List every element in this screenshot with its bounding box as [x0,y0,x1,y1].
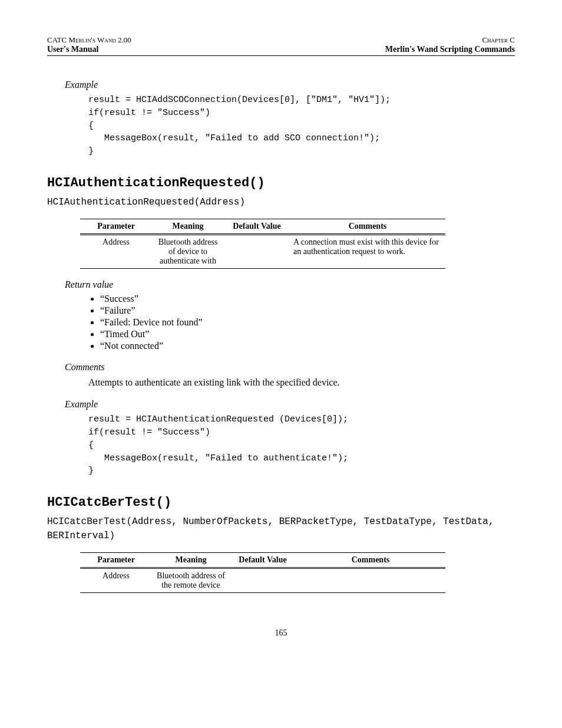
example-label: Example [65,399,515,410]
cell-meaning: Bluetooth address of device to authentic… [152,234,224,268]
cell-default [224,234,290,268]
example-label: Example [65,80,515,90]
cell-comments: A connection must exist with this device… [290,234,445,268]
page-header-top: CATC Merlin's Wand 2.00 Chapter C [47,35,515,45]
comments-text: Attempts to authenticate an existing lin… [88,376,515,389]
col-default: Default Value [224,219,290,234]
cell-default [230,568,296,593]
cell-parameter: Address [80,568,152,593]
function-signature: HCICatcBerTest(Address, NumberOfPackets,… [47,515,515,543]
col-comments: Comments [290,219,445,234]
cell-comments [296,568,445,593]
cell-parameter: Address [80,234,152,268]
col-meaning: Meaning [152,553,230,568]
list-item: “Timed Out” [100,329,515,340]
page-header-bottom: User's Manual Merlin's Wand Scripting Co… [47,45,515,54]
col-default: Default Value [230,553,296,568]
col-parameter: Parameter [80,553,152,568]
page-content: Example result = HCIAddSCOConnection(Dev… [65,80,515,593]
list-item: “Success” [100,294,515,304]
function-heading: HCIAuthenticationRequested() [47,176,515,190]
list-item: “Failure” [100,305,515,316]
cell-meaning: Bluetooth address of the remote device [152,568,230,593]
parameter-table: Parameter Meaning Default Value Comments… [80,219,445,269]
list-item: “Failed: Device not found” [100,317,515,328]
function-heading: HCICatcBerTest() [47,495,515,510]
parameter-table: Parameter Meaning Default Value Comments… [80,552,445,593]
code-block: result = HCIAddSCOConnection(Devices[0],… [88,94,515,158]
code-block: result = HCIAuthenticationRequested (Dev… [88,413,515,477]
col-parameter: Parameter [80,219,152,234]
function-signature: HCIAuthenticationRequested(Address) [47,195,515,209]
table-row: Address Bluetooth address of device to a… [80,234,445,268]
header-top-left: CATC Merlin's Wand 2.00 [47,35,131,45]
col-comments: Comments [296,553,445,568]
col-meaning: Meaning [152,219,224,234]
comments-label: Comments [65,362,515,373]
header-divider [47,55,515,56]
header-top-right: Chapter C [482,35,515,45]
return-value-label: Return value [65,279,515,290]
list-item: “Not connected” [100,341,515,351]
table-row: Address Bluetooth address of the remote … [80,568,445,593]
page-number: 165 [47,628,515,638]
header-bottom-left: User's Manual [47,45,99,54]
return-value-list: “Success” “Failure” “Failed: Device not … [100,294,515,351]
header-bottom-right: Merlin's Wand Scripting Commands [385,45,515,54]
